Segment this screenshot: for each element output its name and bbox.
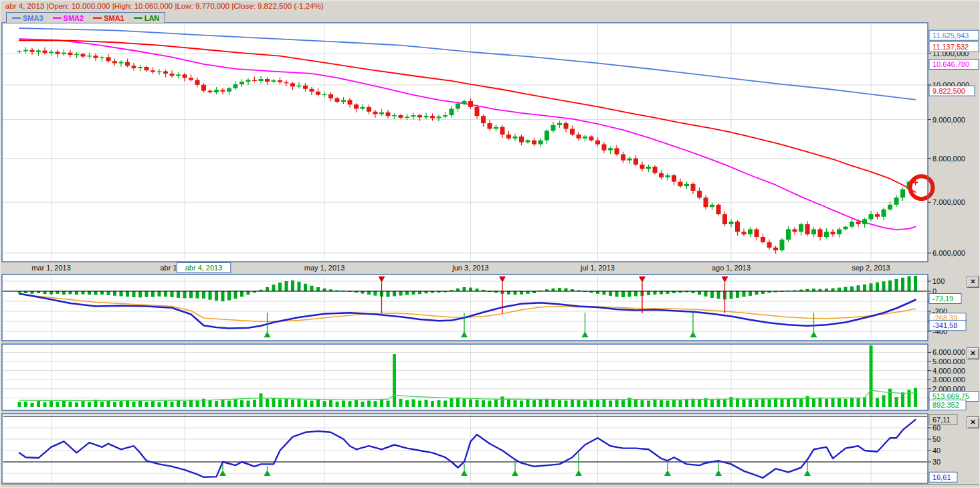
candle-body <box>691 184 696 191</box>
value-box-label: 513.669,75 <box>933 392 969 400</box>
candle-body <box>615 148 619 154</box>
candle-body <box>151 70 155 72</box>
candle-body <box>17 51 22 52</box>
volume-bar <box>240 400 243 407</box>
candle-body <box>570 129 575 135</box>
macd-histogram-bar <box>456 289 460 291</box>
volume-bar <box>285 398 288 407</box>
volume-bar <box>31 403 34 407</box>
volume-bar <box>126 400 129 407</box>
candle-body <box>405 116 409 118</box>
candle-body <box>633 159 638 165</box>
volume-bar <box>100 402 104 407</box>
candle-body <box>729 222 734 224</box>
volume-bar <box>895 397 898 407</box>
candle-body <box>456 104 460 109</box>
axis-tick-label: 40 <box>933 446 941 455</box>
candle-body <box>526 141 530 143</box>
volume-bar <box>647 400 650 407</box>
volume-bar <box>488 400 492 407</box>
macd-histogram-bar <box>469 288 472 291</box>
candle-body <box>106 57 111 61</box>
volume-bar <box>634 399 638 407</box>
candle-body <box>513 137 518 139</box>
macd-histogram-bar <box>558 288 561 291</box>
volume-bar <box>717 399 720 407</box>
axis-tick-label: 5.000.000 <box>933 357 965 365</box>
candle-body <box>278 80 282 82</box>
volume-bar <box>888 389 892 407</box>
axis-tick-label: 4.000.000 <box>933 367 965 375</box>
legend-item-sma3[interactable]: SMA3 <box>12 14 43 22</box>
volume-bar <box>399 399 403 407</box>
candle-body <box>303 86 308 89</box>
volume-bar <box>507 399 510 407</box>
candle-body <box>672 175 676 182</box>
sma2-swatch <box>53 17 62 19</box>
candle-body <box>545 131 549 140</box>
volume-bar <box>755 400 759 407</box>
status-strip <box>1 484 980 488</box>
volume-bar <box>850 398 854 407</box>
macd-histogram-bar <box>660 291 663 295</box>
volume-bar <box>914 388 917 407</box>
candle-body <box>755 229 759 237</box>
macd-histogram-bar <box>882 281 886 291</box>
close-macd-panel-button[interactable]: ✕ <box>967 276 979 288</box>
volume-bar <box>806 396 809 407</box>
volume-bar <box>812 398 815 407</box>
candle-body <box>36 51 41 52</box>
candle-body <box>195 80 200 84</box>
macd-panel-plot-area[interactable] <box>2 274 928 341</box>
macd-histogram-bar <box>603 291 606 295</box>
axis-tick-label: 100 <box>933 277 945 285</box>
candle-body <box>532 141 536 145</box>
macd-histogram-bar <box>647 291 650 295</box>
macd-histogram-bar <box>812 289 815 291</box>
legend-item-lan[interactable]: LAN <box>134 14 160 22</box>
candle-body <box>780 240 785 250</box>
macd-histogram-bar <box>151 291 155 297</box>
candle-body <box>666 175 670 177</box>
axis-tick-label: 9.000,000 <box>933 116 965 124</box>
macd-histogram-bar <box>565 289 568 292</box>
candle-body <box>488 123 492 129</box>
candle-body <box>43 51 47 54</box>
trading-chart-window: abr 4, 2013 |Open: 10.000,000 |High: 10.… <box>0 0 980 488</box>
macd-histogram-bar <box>374 291 377 296</box>
macd-histogram-bar <box>749 291 752 296</box>
candle-body <box>94 56 98 58</box>
candle-body <box>450 109 454 116</box>
volume-bar <box>62 400 66 407</box>
candle-body <box>481 116 486 123</box>
candle-body <box>595 141 600 145</box>
lan-swatch <box>134 17 142 19</box>
legend-item-sma2[interactable]: SMA2 <box>53 14 84 22</box>
date-axis-label: may 1, 2013 <box>304 264 345 272</box>
candle-body <box>799 224 803 232</box>
volume-bar <box>539 399 543 407</box>
legend-item-sma1[interactable]: SMA1 <box>93 14 124 22</box>
volume-bar <box>336 402 339 407</box>
volume-bar <box>692 399 695 407</box>
macd-histogram-bar <box>62 291 66 295</box>
macd-histogram-bar <box>730 291 733 299</box>
volume-bar <box>526 400 530 407</box>
macd-histogram-bar <box>126 291 129 297</box>
close-rsi-panel-button[interactable]: ✕ <box>967 416 979 428</box>
main-price-panel-plot-area[interactable] <box>2 23 928 262</box>
macd-histogram-bar <box>526 291 530 294</box>
volume-bar <box>24 402 27 407</box>
close-volume-panel-button[interactable]: ✕ <box>967 347 979 359</box>
volume-bar <box>380 400 383 407</box>
volume-bar <box>501 396 504 407</box>
macd-histogram-bar <box>202 291 205 299</box>
macd-histogram-bar <box>654 291 657 295</box>
candle-body <box>882 210 886 217</box>
candle-body <box>742 232 747 234</box>
axis-tick-label: 50 <box>933 435 941 443</box>
macd-histogram-bar <box>825 289 828 291</box>
candle-body <box>767 242 772 248</box>
volume-bar <box>857 398 860 407</box>
candle-body <box>252 80 257 80</box>
